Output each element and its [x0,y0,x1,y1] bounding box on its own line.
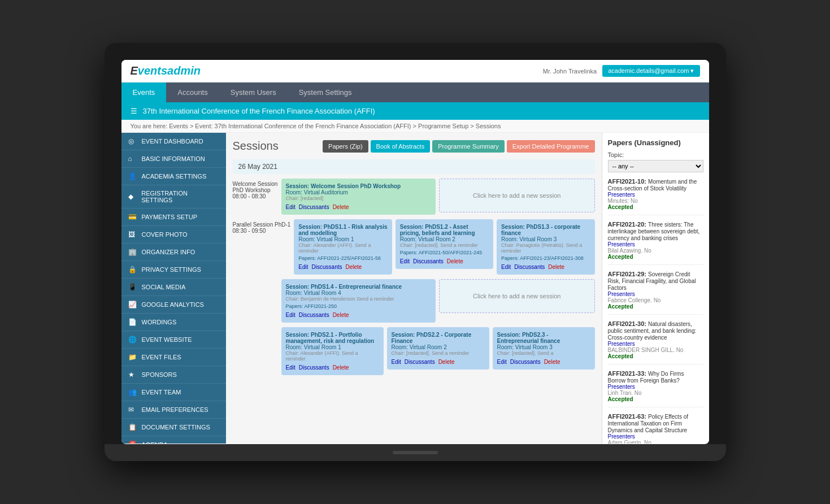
sidebar-label-event-dashboard: EVENT DASHBOARD [142,138,203,145]
discussants-phds1-2-link[interactable]: Discussants [413,258,444,264]
session-papers-phds1-2: Papers: AFFI2021-50/AFFI2021-245 [400,250,489,255]
sidebar-item-google-analytics[interactable]: 📈 GOOGLE ANALYTICS [121,296,226,314]
sidebar-label-email-prefs: EMAIL PREFERENCES [142,406,208,413]
discussants-phds2-1-link[interactable]: Discussants [299,364,329,371]
paper-id-4: AFFI2021-33: Why Do Firms Borrow from Fo… [608,370,703,384]
edit-phds1-2-link[interactable]: Edit [400,258,410,264]
add-session-phds1-4[interactable]: Click here to add a new session [439,279,595,313]
clipboard-icon: 📋 [128,423,137,431]
sidebar-item-wordings[interactable]: 📄 WORDINGS [121,314,226,331]
globe-icon: 🌐 [128,336,137,344]
nav-tab-events[interactable]: Events [121,82,167,102]
sidebar-label-social-media: SOCIAL MEDIA [142,284,186,290]
sidebar-item-registration[interactable]: ◆ REGISTRATION SETTINGS [121,185,226,208]
building-icon: 🏢 [128,248,137,256]
edit-phds2-2-link[interactable]: Edit [392,359,401,365]
discussants-welcome-link[interactable]: Discussants [299,204,329,210]
edit-welcome-link[interactable]: Edit [286,204,296,210]
programme-summary-button[interactable]: Programme Summary [432,140,505,153]
doc-icon: 📄 [128,318,137,326]
sidebar-item-event-website[interactable]: 🌐 EVENT WEBSITE [121,331,226,349]
discussants-phds2-2-link[interactable]: Discussants [405,359,435,365]
sidebar-item-social-media[interactable]: 📱 SOCIAL MEDIA [121,279,226,296]
user-menu-button[interactable]: academic.details@gmail.com ▾ [602,65,699,77]
delete-phds1-1-link[interactable]: Delete [345,264,362,270]
hamburger-icon[interactable]: ☰ [131,107,137,115]
presenters-link-0[interactable]: Presenters [608,192,703,198]
main-layout: ◎ EVENT DASHBOARD ⌂ BASIC INFORMATION 👤 … [121,133,709,444]
right-panel: Papers (Unassigned) Topic: -- any -- AFF… [602,133,709,444]
papers-zip-button[interactable]: Papers (Zip) [323,140,368,153]
sidebar-item-agenda[interactable]: 📅 AGENDA [121,436,226,444]
topic-select[interactable]: -- any -- [608,160,703,172]
sidebar-item-privacy[interactable]: 🔒 PRIVACY SETTINGS [121,261,226,279]
paper-status-2: Accepted [608,303,703,310]
delete-phds1-4-link[interactable]: Delete [333,312,349,318]
session-card-phds1-2: Session: PhDS1.2 - Asset pricing, belief… [396,219,493,269]
edit-phds1-1-link[interactable]: Edit [298,264,308,270]
presenters-link-2[interactable]: Presenters [608,291,703,297]
presenters-link-4[interactable]: Presenters [608,384,703,390]
sidebar-item-payments[interactable]: 💳 PAYMENTS SETUP [121,208,226,226]
nav-tab-accounts[interactable]: Accounts [166,82,219,102]
edit-phds1-3-link[interactable]: Edit [501,264,511,270]
sidebar-item-cover-photo[interactable]: 🖼 COVER PHOTO [121,226,226,244]
paper-item-1: AFFI2021-20: Three sisters: The interlin… [608,221,703,265]
edit-phds2-1-link[interactable]: Edit [286,364,296,371]
sidebar-item-academia[interactable]: 👤 ACADEMIA SETTINGS [121,168,226,185]
delete-welcome-link[interactable]: Delete [333,204,349,210]
presenters-link-1[interactable]: Presenters [608,241,703,247]
sidebar-item-basic-info[interactable]: ⌂ BASIC INFORMATION [121,150,226,168]
home-icon: ⌂ [128,155,137,163]
session-room-phds2-1: Room: Virtual Room 1 [286,344,379,350]
sidebar-label-organizer-info: ORGANIZER INFO [142,249,195,255]
edit-phds2-3-link[interactable]: Edit [497,359,507,365]
delete-phds2-3-link[interactable]: Delete [544,359,560,365]
session-chair-phds1-1: Chair: Alexander (AFFI). Send a reminder [298,242,387,254]
add-session-welcome[interactable]: Click here to add a new session [439,179,595,212]
paper-minutes-3: BALBINDER SINGH GILL. No [608,347,703,353]
session-room-phds2-3: Room: Virtual Room 3 [497,344,590,350]
session-card-phds1-3: Session: PhDS1.3 - corporate finance Roo… [497,219,594,275]
delete-phds2-1-link[interactable]: Delete [333,364,349,371]
sidebar-label-registration: REGISTRATION SETTINGS [141,190,219,203]
sidebar-item-event-dashboard[interactable]: ◎ EVENT DASHBOARD [121,133,226,150]
book-abstracts-button[interactable]: Book of Abstracts [371,140,431,153]
sidebar-item-organizer-info[interactable]: 🏢 ORGANIZER INFO [121,244,226,261]
edit-phds1-4-link[interactable]: Edit [286,312,296,318]
session-actions-phds2-2: Edit Discussants Delete [392,359,485,365]
sidebar-item-event-files[interactable]: 📁 EVENT FILES [121,349,226,366]
sessions-actions: Papers (Zip) Book of Abstracts Programme… [323,140,594,153]
paper-minutes-1: Bilal Azawing. No [608,247,703,254]
paper-id-2: AFFI2021-29: Sovereign Credit Risk, Fina… [608,271,703,291]
sidebar-item-document-settings[interactable]: 📋 DOCUMENT SETTINGS [121,419,226,436]
session-card-phds2-1: Session: PhDS2.1 - Portfolio management,… [281,327,384,375]
discussants-phds1-3-link[interactable]: Discussants [514,264,545,270]
discussants-phds1-1-link[interactable]: Discussants [312,264,342,270]
session-chair-phds2-1: Chair: Alexander (AFFI). Send a reminder [286,350,379,362]
delete-phds1-3-link[interactable]: Delete [548,264,564,270]
delete-phds1-2-link[interactable]: Delete [447,258,463,264]
sidebar-item-sponsors[interactable]: ★ SPONSORS [121,366,226,384]
presenters-link-5[interactable]: Presenters [608,433,703,440]
app-header: Eventsadmin Mr. John Travelinka academic… [121,60,709,82]
export-programme-button[interactable]: Export Detailed Programme [507,140,595,153]
nav-tab-system-users[interactable]: System Users [219,82,288,102]
discussants-phds1-4-link[interactable]: Discussants [299,312,329,318]
sidebar: ◎ EVENT DASHBOARD ⌂ BASIC INFORMATION 👤 … [121,133,226,444]
sidebar-item-event-team[interactable]: 👥 EVENT TEAM [121,384,226,401]
paper-id-1: AFFI2021-20: Three sisters: The interlin… [608,221,703,241]
presenters-link-3[interactable]: Presenters [608,341,703,347]
paper-item-4: AFFI2021-33: Why Do Firms Borrow from Fo… [608,370,703,407]
sidebar-item-email-prefs[interactable]: ✉ EMAIL PREFERENCES [121,401,226,419]
diamond-icon: ◆ [128,193,137,201]
sidebar-label-event-files: EVENT FILES [142,354,181,360]
sessions-title: Sessions [233,140,279,153]
sidebar-label-event-team: EVENT TEAM [142,389,181,396]
discussants-phds2-3-link[interactable]: Discussants [510,359,541,365]
breadcrumb: You are here: Events > Event: 37th Inter… [121,120,709,133]
nav-tab-system-settings[interactable]: System Settings [288,82,363,102]
payment-icon: 💳 [128,213,137,221]
delete-phds2-2-link[interactable]: Delete [438,359,455,365]
paper-id-0: AFFI2021-10: Momentum and the Cross-sect… [608,178,703,192]
